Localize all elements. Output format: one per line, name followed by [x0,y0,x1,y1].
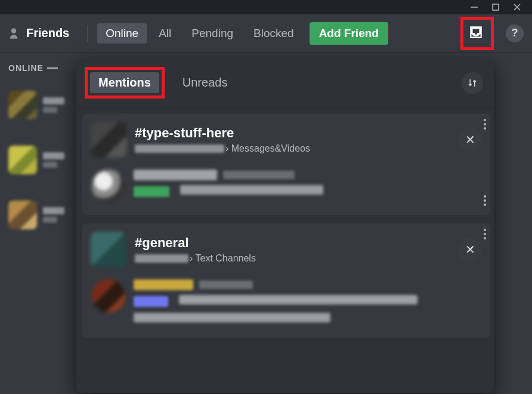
online-header-text: ONLINE [8,63,44,73]
online-section-header: ONLINE [8,63,81,73]
online-header-dash [47,67,58,69]
window-maximize-button[interactable] [491,3,500,11]
channel-path-suffix: › Messages&Videos [225,143,310,154]
mentions-highlight: Mentions [85,67,165,98]
inbox-item: #general › Text Channels ✕ [82,223,490,338]
friends-title: Friends [26,26,69,40]
inbox-item-close-button[interactable]: ✕ [458,128,482,152]
inbox-item-more-icon[interactable] [478,117,491,131]
header-divider [87,25,88,42]
inbox-icon[interactable] [468,24,486,42]
server-avatar [91,232,126,267]
add-friend-button[interactable]: Add Friend [310,22,388,45]
inbox-item: #type-stuff-here › Messages&Videos ✕ [82,113,490,215]
avatar [8,146,37,174]
channel-path: › Messages&Videos [135,143,310,154]
avatar [8,91,37,119]
inbox-list[interactable]: #type-stuff-here › Messages&Videos ✕ [76,107,494,393]
inbox-tabs: Mentions Unreads [76,59,494,107]
friends-header: Friends Online All Pending Blocked Add F… [0,14,532,53]
inbox-tab-mentions[interactable]: Mentions [90,72,159,93]
channel-name[interactable]: #general [135,235,256,251]
inbox-item-more-icon[interactable] [478,227,491,241]
dm-item[interactable] [8,146,81,174]
server-avatar [91,122,126,158]
avatar [8,201,37,229]
window-close-button[interactable] [513,3,521,11]
dm-column: ONLINE [0,53,81,394]
channel-path-suffix: › Text Channels [190,253,256,264]
tab-all[interactable]: All [150,23,180,44]
tab-pending[interactable]: Pending [183,23,242,44]
mention-message[interactable] [91,276,482,332]
user-avatar [92,170,125,203]
tab-blocked[interactable]: Blocked [245,23,302,44]
user-avatar [92,279,125,313]
help-icon[interactable]: ? [506,24,524,42]
window-minimize-button[interactable] [470,3,478,11]
inbox-popup: Mentions Unreads #type-stuff-here [76,59,494,393]
friends-icon [5,26,23,41]
inbox-highlight [460,17,494,50]
inbox-sort-button[interactable] [462,72,483,94]
window-titlebar [0,0,532,14]
svg-rect-1 [493,4,499,10]
mention-message[interactable] [91,166,482,209]
dm-item[interactable] [8,201,81,229]
dm-item[interactable] [8,91,81,119]
inbox-item-more-icon[interactable] [478,193,491,208]
inbox-item-close-button[interactable]: ✕ [458,238,482,261]
inbox-tab-unreads[interactable]: Unreads [174,72,236,93]
channel-path: › Text Channels [135,253,256,264]
tab-online[interactable]: Online [97,23,147,44]
channel-name[interactable]: #type-stuff-here [135,125,310,141]
